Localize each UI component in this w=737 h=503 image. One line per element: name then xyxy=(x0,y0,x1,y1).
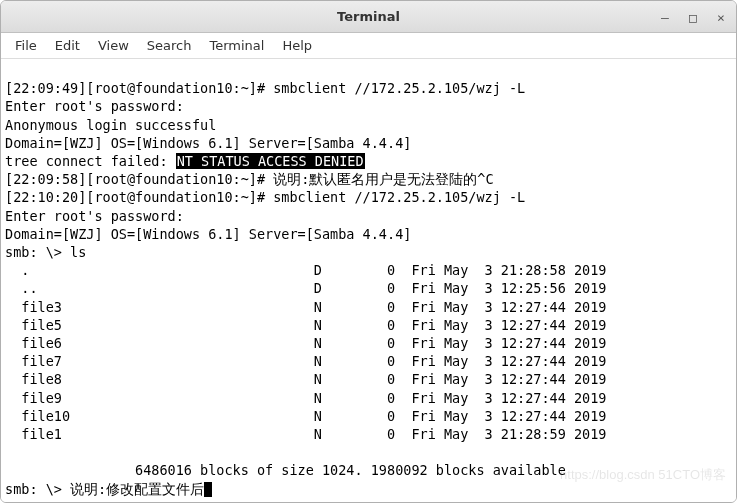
error-prefix: tree connect failed: xyxy=(5,153,176,169)
menu-terminal[interactable]: Terminal xyxy=(201,35,272,56)
term-line: tree connect failed: NT_STATUS_ACCESS_DE… xyxy=(5,153,665,169)
list-item: file7 N 0 Fri May 3 12:27:44 2019 xyxy=(5,353,606,369)
term-line: Domain=[WZJ] OS=[Windows 6.1] Server=[Sa… xyxy=(5,135,411,151)
menubar: File Edit View Search Terminal Help xyxy=(1,33,736,59)
term-prompt: smb: \> 说明:修改配置文件后 xyxy=(5,481,212,497)
list-item: file1 N 0 Fri May 3 21:28:59 2019 xyxy=(5,426,606,442)
menu-file[interactable]: File xyxy=(7,35,45,56)
term-line: [22:09:49][root@foundation10:~]# smbclie… xyxy=(5,80,525,96)
window-title: Terminal xyxy=(337,9,400,24)
menu-edit[interactable]: Edit xyxy=(47,35,88,56)
list-item: file6 N 0 Fri May 3 12:27:44 2019 xyxy=(5,335,606,351)
term-line: 6486016 blocks of size 1024. 1980092 blo… xyxy=(5,462,566,478)
list-item: file8 N 0 Fri May 3 12:27:44 2019 xyxy=(5,371,606,387)
titlebar: Terminal – □ × xyxy=(1,1,736,33)
menu-help[interactable]: Help xyxy=(274,35,320,56)
window-controls: – □ × xyxy=(658,1,728,33)
close-button[interactable]: × xyxy=(714,10,728,24)
minimize-button[interactable]: – xyxy=(658,10,672,24)
term-line: [22:10:20][root@foundation10:~]# smbclie… xyxy=(5,189,525,205)
prompt-text: smb: \> 说明:修改配置文件后 xyxy=(5,481,204,497)
list-item: .. D 0 Fri May 3 12:25:56 2019 xyxy=(5,280,606,296)
cursor-icon xyxy=(204,482,212,497)
list-item: file10 N 0 Fri May 3 12:27:44 2019 xyxy=(5,408,606,424)
list-item: file9 N 0 Fri May 3 12:27:44 2019 xyxy=(5,390,606,406)
menu-view[interactable]: View xyxy=(90,35,137,56)
menu-search[interactable]: Search xyxy=(139,35,200,56)
term-line: Enter root's password: xyxy=(5,208,184,224)
list-item: file5 N 0 Fri May 3 12:27:44 2019 xyxy=(5,317,606,333)
list-item: file3 N 0 Fri May 3 12:27:44 2019 xyxy=(5,299,606,315)
error-status-highlight: NT_STATUS_ACCESS_DENIED xyxy=(176,153,365,169)
term-line: Domain=[WZJ] OS=[Windows 6.1] Server=[Sa… xyxy=(5,226,411,242)
terminal-output[interactable]: [22:09:49][root@foundation10:~]# smbclie… xyxy=(1,59,736,502)
term-line: Anonymous login successful xyxy=(5,117,216,133)
list-item: . D 0 Fri May 3 21:28:58 2019 xyxy=(5,262,606,278)
term-line: [22:09:58][root@foundation10:~]# 说明:默认匿名… xyxy=(5,171,494,187)
term-line: Enter root's password: xyxy=(5,98,184,114)
maximize-button[interactable]: □ xyxy=(686,10,700,24)
term-line: smb: \> ls xyxy=(5,244,86,260)
